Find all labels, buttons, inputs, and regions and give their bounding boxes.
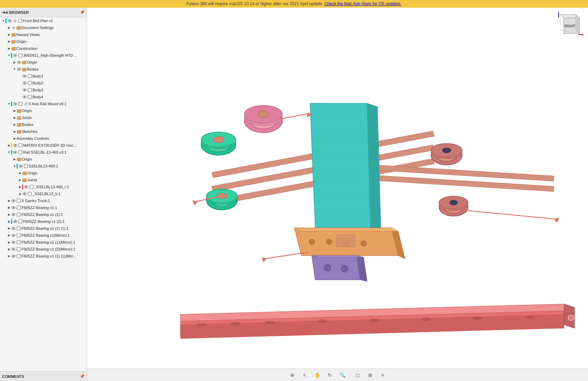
tree-item-body4[interactable]: Body4	[0, 93, 87, 100]
pan-tool-btn[interactable]: ✋	[312, 371, 322, 379]
view-cube[interactable]: RIGHT X Z	[557, 11, 585, 39]
tree-item-f605-1[interactable]: F605ZZ Bearing v1:1	[0, 204, 87, 211]
tree-arrow[interactable]	[12, 136, 17, 140]
tree-arrow[interactable]	[18, 171, 22, 175]
tree-arrow[interactable]	[18, 95, 22, 99]
tree-item-label: MATRIX EXTRUDER 3D moc...	[23, 143, 76, 147]
tree-item-f605-m4[interactable]: F605ZZ Bearing v1 (1) (1)(Mirr...	[0, 253, 87, 260]
tree-arrow[interactable]	[7, 199, 11, 203]
eye-icon	[11, 240, 16, 245]
tree-item-body1[interactable]: Body1	[0, 73, 87, 80]
color-indicator	[6, 18, 7, 23]
tree-arrow[interactable]	[12, 129, 17, 134]
tree-arrow[interactable]	[12, 67, 17, 71]
zoom-tool-btn[interactable]: 🔍	[337, 371, 347, 379]
tree-item-xar-sketches[interactable]: Sketches	[0, 128, 87, 135]
tree-arrow[interactable]	[12, 164, 17, 168]
select-tool-btn[interactable]: ⊕	[288, 371, 297, 379]
tree-item-f605-4[interactable]: F605ZZ Bearing v1 (1) (1):1	[0, 225, 87, 232]
tree-arrow[interactable]	[7, 212, 11, 217]
component-icon	[29, 184, 34, 189]
tree-item-sselbl-joints[interactable]: Joints	[0, 176, 87, 183]
tree-arrow[interactable]	[7, 219, 11, 224]
grid-tool-btn[interactable]: ⊞	[365, 371, 375, 379]
tree-arrow[interactable]	[7, 247, 11, 251]
tree-arrow[interactable]	[7, 33, 11, 37]
tree-item-sselbl-sub[interactable]: SSELBL13-460:1	[0, 163, 87, 170]
color-indicator	[11, 101, 12, 106]
tree-item-origin[interactable]: Origin	[0, 38, 87, 45]
comments-bar[interactable]: COMMENTS 📌	[0, 371, 87, 381]
comments-pin-icon[interactable]: 📌	[80, 374, 85, 379]
tree-arrow[interactable]	[18, 178, 22, 182]
tree-arrow[interactable]	[7, 254, 11, 258]
settings-icon: ⚙	[12, 18, 17, 23]
tree-item-label: Origin	[16, 39, 26, 44]
tree-item-root[interactable]: ⚙Front Belt Plan v1	[0, 17, 87, 24]
tree-item-doc-settings[interactable]: ⚙Document Settings	[0, 24, 87, 31]
tree-arrow[interactable]	[18, 81, 22, 85]
tree-arrow[interactable]	[7, 102, 11, 106]
view-tool-btn[interactable]: ◻	[353, 371, 363, 379]
tree-item-htd-origin[interactable]: Origin	[0, 59, 87, 66]
notification-link[interactable]: Check the Mac App Store for OS updates.	[324, 1, 401, 6]
tree-arrow[interactable]	[7, 26, 11, 30]
tree-item-f605-m1[interactable]: F605ZZ Bearing v1(Mirror):1	[0, 232, 87, 239]
tree-item-matrix-ext[interactable]: MATRIX EXTRUDER 3D moc...	[0, 142, 87, 149]
tree-item-x-gantry[interactable]: X Gantry Truck:1	[0, 197, 87, 204]
svg-point-47	[13, 214, 14, 215]
pin-icon[interactable]: 📌	[80, 10, 85, 15]
tree-arrow[interactable]	[12, 109, 17, 113]
tree-item-f605-m2[interactable]: F605ZZ Bearing v1 (1)(Mirror):1	[0, 239, 87, 246]
tree-item-sselbl-origin[interactable]: Origin	[0, 170, 87, 176]
svg-point-50	[15, 221, 16, 222]
svg-point-38	[24, 193, 25, 194]
tree-arrow[interactable]	[18, 88, 22, 92]
tree-item-xar-joints[interactable]: Joints	[0, 114, 87, 121]
tree-item-rail-sselbl[interactable]: Rail SSELBL-13-460 v3:1	[0, 149, 87, 156]
tree-arrow[interactable]	[7, 53, 11, 57]
tree-arrow[interactable]	[18, 74, 22, 78]
menu-tool-btn[interactable]: ≡	[378, 371, 388, 379]
tree-arrow[interactable]	[7, 226, 11, 230]
tree-item-htd-component[interactable]: 3682N11_High-Strength HTD ...	[0, 52, 87, 59]
tree-item-body2[interactable]: Body2	[0, 80, 87, 87]
svg-point-106	[309, 239, 315, 245]
tree-arrow[interactable]	[1, 19, 6, 23]
tree-arrow[interactable]	[12, 60, 17, 64]
tree-arrow[interactable]	[7, 240, 11, 244]
cursor-tool-btn[interactable]: ↖	[300, 371, 310, 379]
tree-arrow[interactable]	[7, 233, 11, 237]
tree-arrow[interactable]	[7, 206, 11, 210]
orbit-tool-btn[interactable]: ↻	[325, 371, 335, 379]
tree-item-construction[interactable]: Construction	[0, 45, 87, 52]
eye-icon	[11, 247, 16, 252]
tree-item-sselbl-r[interactable]: _SSELBL13-460_r:1	[0, 183, 87, 190]
tree-arrow[interactable]	[7, 143, 11, 147]
tree-item-rail-origin[interactable]: Origin	[0, 156, 87, 163]
tree-arrow[interactable]	[12, 116, 17, 120]
tree-item-x-axis-rail[interactable]: 🔗X Axis Rail Mount v6:1	[0, 100, 87, 107]
svg-rect-12	[28, 74, 31, 78]
tree-arrow[interactable]	[18, 192, 22, 196]
tree-item-xar-assembly[interactable]: Assembly Contexts	[0, 135, 87, 142]
tree-item-htd-bodies[interactable]: Bodies	[0, 66, 87, 73]
tree-item-f605-m3[interactable]: F605ZZ Bearing v1 (2)(Mirror):1	[0, 246, 87, 253]
tree-item-xar-bodies[interactable]: Bodies	[0, 121, 87, 128]
component-icon	[16, 233, 21, 238]
tree-item-sselbl-b[interactable]: _SSELBL13_b:1	[0, 190, 87, 197]
tree-item-f605-2[interactable]: F605ZZ Bearing v1 (1):1	[0, 211, 87, 218]
tree-arrow[interactable]	[12, 123, 17, 127]
tree-item-f605-3[interactable]: F605ZZ Bearing v1 (2):1	[0, 218, 87, 225]
tree-arrow[interactable]	[7, 46, 11, 51]
collapse-icon[interactable]: ◀◀	[2, 10, 8, 14]
tree-arrow[interactable]	[12, 157, 17, 161]
tree-item-xar-origin[interactable]: Origin	[0, 107, 87, 114]
tree-arrow[interactable]	[18, 185, 22, 189]
tree-item-named-views[interactable]: Named Views	[0, 31, 87, 38]
tree-item-body3[interactable]: Body3	[0, 87, 87, 93]
tree-arrow[interactable]	[7, 150, 11, 154]
tree-arrow[interactable]	[7, 39, 11, 44]
svg-marker-151	[262, 257, 267, 263]
svg-line-148	[467, 211, 557, 219]
